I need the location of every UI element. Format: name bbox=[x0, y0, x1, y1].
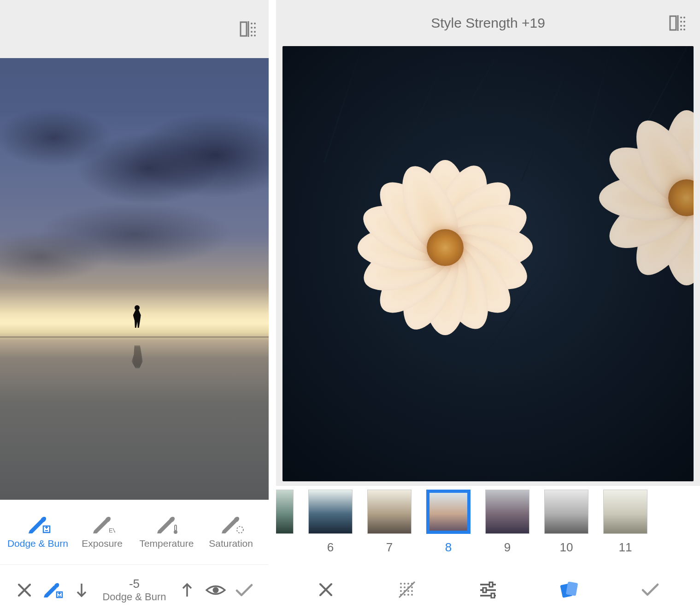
svg-point-8 bbox=[251, 35, 253, 36]
filter-item-7[interactable]: 7 bbox=[367, 490, 412, 555]
arrow-down-icon bbox=[76, 582, 88, 598]
svg-point-41 bbox=[683, 29, 685, 30]
editor-screen-brush: Dodge & Burn EV Exposure Tem bbox=[0, 0, 269, 615]
visibility-button[interactable] bbox=[203, 578, 228, 603]
style-filter-strip[interactable]: 567891011 bbox=[276, 486, 700, 564]
filter-label: 6 bbox=[327, 540, 334, 555]
brush-label: Exposure bbox=[82, 538, 123, 549]
filter-label: 7 bbox=[386, 540, 393, 555]
header-bar: Style Strength +19 bbox=[276, 0, 700, 46]
cancel-button[interactable] bbox=[12, 578, 37, 603]
bottom-toolbar: -5 Dodge & Burn bbox=[0, 564, 269, 615]
value-stepper: -5 Dodge & Burn bbox=[69, 577, 199, 603]
brush-tool-button[interactable] bbox=[41, 578, 65, 603]
filter-thumb bbox=[485, 490, 529, 534]
filter-label: 8 bbox=[445, 540, 452, 555]
svg-rect-32 bbox=[670, 16, 676, 30]
styles-button[interactable] bbox=[556, 576, 582, 603]
mask-button[interactable] bbox=[394, 576, 420, 603]
brush-saturation-icon bbox=[220, 515, 242, 533]
apply-button[interactable] bbox=[637, 576, 664, 603]
stepper-label: Dodge & Burn bbox=[102, 591, 166, 603]
photo-canvas[interactable] bbox=[276, 46, 700, 486]
svg-point-45 bbox=[404, 583, 406, 585]
compare-button[interactable] bbox=[669, 14, 687, 32]
filter-item-8[interactable]: 8 bbox=[426, 490, 471, 555]
filter-item-10[interactable]: 10 bbox=[544, 490, 588, 555]
svg-point-34 bbox=[680, 17, 682, 18]
filter-thumb bbox=[544, 490, 588, 534]
header-title: Style Strength +19 bbox=[431, 15, 545, 31]
svg-point-5 bbox=[254, 27, 256, 29]
photo-flower bbox=[282, 46, 694, 481]
filter-thumb bbox=[426, 490, 471, 534]
svg-point-51 bbox=[411, 586, 413, 588]
brush-exposure-icon: EV bbox=[91, 515, 113, 533]
decrease-button[interactable] bbox=[69, 578, 94, 603]
close-icon bbox=[17, 582, 32, 598]
filter-label: 10 bbox=[560, 540, 573, 555]
svg-point-49 bbox=[404, 586, 406, 588]
header-bar bbox=[0, 0, 269, 58]
svg-point-36 bbox=[680, 21, 682, 23]
brush-label: Saturation bbox=[209, 538, 253, 549]
brush-mode-dodge-burn[interactable]: Dodge & Burn bbox=[6, 515, 70, 549]
svg-rect-66 bbox=[491, 593, 494, 598]
brush-temperature-icon bbox=[155, 515, 177, 533]
mask-off-icon bbox=[397, 580, 417, 599]
arrow-up-icon bbox=[181, 582, 193, 598]
brush-mode-exposure[interactable]: EV Exposure bbox=[70, 515, 135, 549]
svg-point-58 bbox=[407, 594, 409, 596]
svg-point-44 bbox=[400, 583, 402, 585]
brush-mode-bar: Dodge & Burn EV Exposure Tem bbox=[0, 500, 269, 564]
svg-point-55 bbox=[411, 590, 413, 592]
close-icon bbox=[318, 581, 334, 598]
svg-point-35 bbox=[683, 17, 685, 18]
brush-label: Temperature bbox=[139, 538, 194, 549]
compare-icon bbox=[240, 21, 257, 37]
compare-icon bbox=[669, 15, 687, 31]
filter-item-9[interactable]: 9 bbox=[485, 490, 529, 555]
compare-button[interactable] bbox=[239, 20, 258, 38]
svg-point-37 bbox=[683, 21, 685, 23]
svg-rect-68 bbox=[566, 581, 578, 596]
svg-point-57 bbox=[404, 594, 406, 596]
photo-canvas[interactable] bbox=[0, 58, 269, 500]
filter-thumb bbox=[276, 490, 294, 534]
filter-item-5[interactable]: 5 bbox=[276, 490, 294, 555]
brush-label: Dodge & Burn bbox=[7, 538, 68, 549]
brush-mode-temperature[interactable]: Temperature bbox=[135, 515, 199, 549]
increase-button[interactable] bbox=[175, 578, 200, 603]
adjust-button[interactable] bbox=[475, 576, 501, 603]
filter-label: 11 bbox=[619, 540, 632, 555]
check-icon bbox=[641, 582, 660, 597]
eye-icon bbox=[206, 583, 226, 597]
brush-mode-saturation[interactable]: Saturation bbox=[199, 515, 263, 549]
brush-icon bbox=[43, 581, 63, 599]
svg-point-2 bbox=[251, 23, 253, 24]
cancel-button[interactable] bbox=[312, 576, 339, 603]
apply-button[interactable] bbox=[232, 578, 257, 603]
filter-thumb bbox=[367, 490, 412, 534]
svg-rect-18 bbox=[175, 525, 176, 531]
filter-item-6[interactable]: 6 bbox=[308, 490, 353, 555]
svg-rect-0 bbox=[241, 22, 247, 36]
filter-thumb bbox=[308, 490, 353, 534]
svg-point-59 bbox=[411, 594, 413, 596]
filter-thumb bbox=[603, 490, 647, 534]
svg-point-7 bbox=[254, 31, 256, 33]
filter-item-11[interactable]: 11 bbox=[603, 490, 647, 555]
bottom-toolbar bbox=[276, 564, 700, 615]
svg-point-4 bbox=[251, 27, 253, 29]
svg-point-31 bbox=[212, 587, 218, 593]
svg-point-40 bbox=[680, 29, 682, 30]
svg-point-21 bbox=[237, 526, 243, 533]
svg-rect-64 bbox=[483, 588, 486, 592]
brush-dodge-burn-icon bbox=[27, 515, 49, 533]
svg-point-54 bbox=[407, 590, 409, 592]
svg-point-38 bbox=[680, 25, 682, 27]
svg-point-52 bbox=[400, 590, 402, 592]
svg-point-19 bbox=[174, 530, 177, 534]
editor-screen-styles: Style Strength +19 bbox=[276, 0, 700, 615]
style-cards-icon bbox=[559, 580, 580, 599]
